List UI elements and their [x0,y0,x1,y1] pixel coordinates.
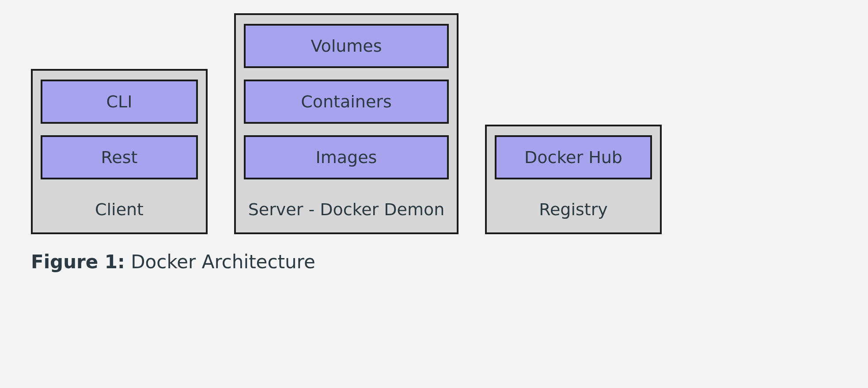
group-registry: Docker Hub Registry [485,125,662,234]
block-images: Images [244,135,449,179]
diagram-row: CLI Rest Client Volumes Containers Image… [0,0,868,234]
group-client-title: Client [41,191,198,232]
group-server-title: Server - Docker Demon [244,191,449,232]
group-server: Volumes Containers Images Server - Docke… [234,13,459,234]
figure-label: Figure 1: [31,251,125,273]
figure-caption: Figure 1: Docker Architecture [0,234,868,273]
block-containers: Containers [244,80,449,124]
diagram-canvas: CLI Rest Client Volumes Containers Image… [0,0,868,388]
block-volumes: Volumes [244,24,449,68]
block-cli: CLI [41,80,198,124]
group-registry-title: Registry [495,191,652,232]
block-rest: Rest [41,135,198,179]
block-docker-hub: Docker Hub [495,135,652,179]
figure-text: Docker Architecture [125,251,315,273]
group-client: CLI Rest Client [31,69,208,234]
